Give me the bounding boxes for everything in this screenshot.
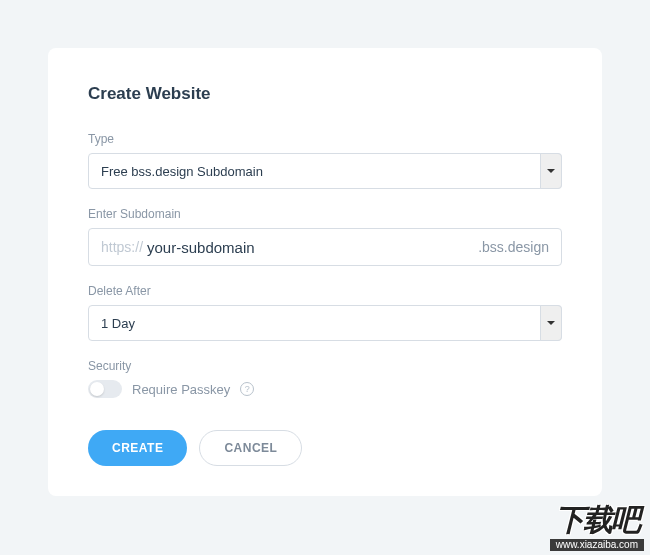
subdomain-field: Enter Subdomain https:// .bss.design (88, 207, 562, 266)
watermark: 下载吧 www.xiazaiba.com (550, 505, 644, 551)
security-field: Security Require Passkey ? (88, 359, 562, 398)
delete-after-select-wrap: 1 Day (88, 305, 562, 341)
page-title: Create Website (88, 84, 562, 104)
require-passkey-label: Require Passkey (132, 382, 230, 397)
delete-after-select[interactable]: 1 Day (88, 305, 562, 341)
help-icon[interactable]: ? (240, 382, 254, 396)
subdomain-label: Enter Subdomain (88, 207, 562, 221)
security-row: Require Passkey ? (88, 380, 562, 398)
cancel-button[interactable]: CANCEL (199, 430, 302, 466)
type-label: Type (88, 132, 562, 146)
security-label: Security (88, 359, 562, 373)
subdomain-suffix: .bss.design (478, 239, 549, 255)
subdomain-input[interactable] (147, 229, 478, 265)
create-website-card: Create Website Type Free bss.design Subd… (48, 48, 602, 496)
type-field: Type Free bss.design Subdomain (88, 132, 562, 189)
actions-row: CREATE CANCEL (88, 430, 562, 466)
require-passkey-toggle[interactable] (88, 380, 122, 398)
toggle-knob (90, 382, 104, 396)
watermark-text: 下载吧 (550, 505, 644, 535)
watermark-url: www.xiazaiba.com (550, 539, 644, 551)
type-select-wrap: Free bss.design Subdomain (88, 153, 562, 189)
create-button[interactable]: CREATE (88, 430, 187, 466)
type-select[interactable]: Free bss.design Subdomain (88, 153, 562, 189)
subdomain-input-group: https:// .bss.design (88, 228, 562, 266)
delete-after-label: Delete After (88, 284, 562, 298)
delete-after-field: Delete After 1 Day (88, 284, 562, 341)
subdomain-prefix: https:// (101, 239, 143, 255)
